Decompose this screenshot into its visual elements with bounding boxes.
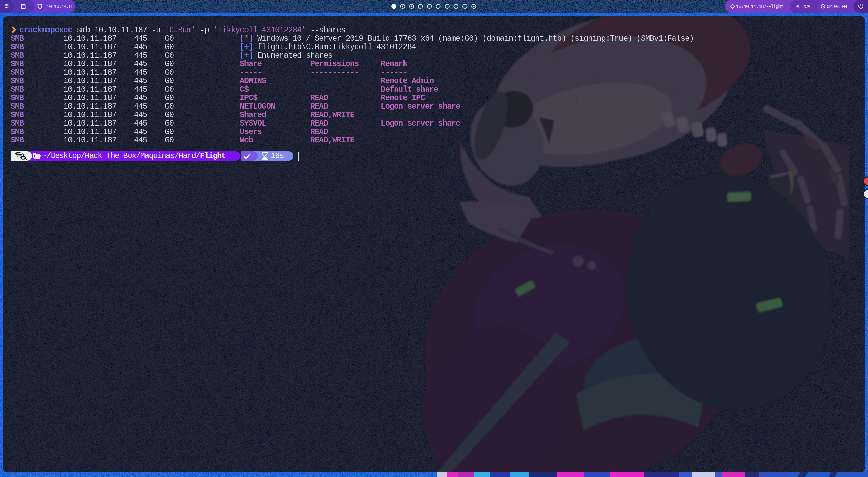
svg-text:02:08 PM: 02:08 PM — [827, 4, 847, 9]
svg-text:10.10.11.187-Flight: 10.10.11.187-Flight — [736, 4, 784, 9]
svg-text:25%: 25% — [802, 4, 810, 9]
svg-text:10.10.14.8: 10.10.14.8 — [46, 4, 72, 9]
